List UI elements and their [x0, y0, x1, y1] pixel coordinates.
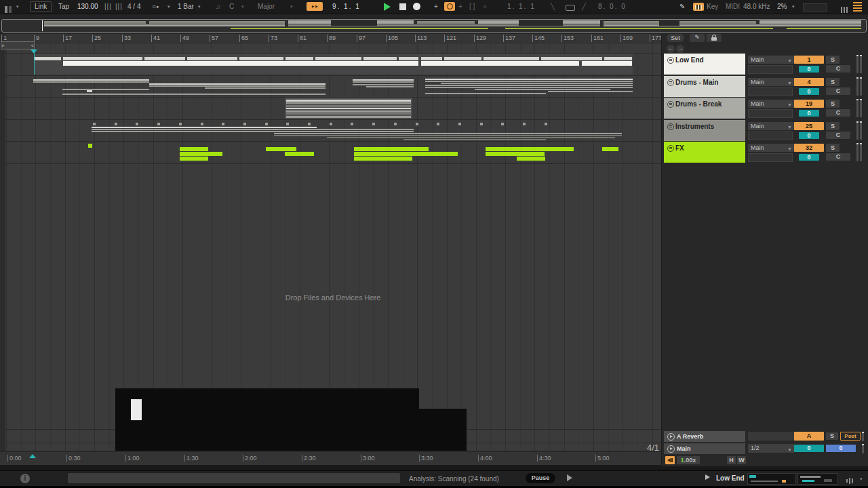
- info-icon[interactable]: i: [20, 474, 30, 483]
- capture-midi-icon[interactable]: +: [458, 3, 462, 11]
- bar-ruler[interactable]: 1917253341495765738189971051131211291371…: [0, 35, 661, 43]
- track-crossfade-button[interactable]: C: [826, 65, 850, 73]
- track-header-instruments[interactable]: Instruments Main▼ 25 0 S C: [663, 120, 868, 141]
- return-solo-button[interactable]: S: [826, 432, 838, 440]
- mixer-view-icon[interactable]: [841, 3, 849, 16]
- track-number-box[interactable]: 25: [794, 122, 824, 130]
- device-thumbnail[interactable]: [797, 473, 838, 485]
- device-thumbnail[interactable]: [747, 473, 796, 485]
- re-enable-automation-icon[interactable]: [ ]: [469, 3, 475, 11]
- scale-name-menu[interactable]: Major: [258, 3, 275, 11]
- follow-button[interactable]: ‣‣: [307, 2, 323, 11]
- time-ruler[interactable]: 0:000:301:001:302:002:303:003:304:004:30…: [0, 453, 661, 464]
- track-crossfade-button[interactable]: C: [826, 109, 850, 117]
- track-pan-box[interactable]: 0: [799, 88, 819, 95]
- unfold-track-icon[interactable]: [667, 445, 675, 453]
- zoom-width-button[interactable]: W: [737, 456, 746, 464]
- track-header-drums-main[interactable]: Drums - Main Main▼ 4 0 S C: [663, 76, 868, 97]
- track-fold-icon[interactable]: [667, 101, 674, 108]
- spectrum-icon[interactable]: [846, 474, 854, 487]
- track-number-box[interactable]: 1: [794, 56, 824, 64]
- loop-length-display[interactable]: 8. 0. 0: [598, 3, 627, 11]
- loop-end-handle-icon[interactable]: ◃: [31, 42, 33, 48]
- track-routing-menu[interactable]: Main▼: [748, 78, 794, 86]
- track-solo-button[interactable]: S: [826, 100, 840, 108]
- track-crossfade-button[interactable]: C: [826, 153, 850, 161]
- track-solo-button[interactable]: S: [826, 144, 840, 152]
- track-routing-menu[interactable]: Main▼: [748, 100, 794, 108]
- scale-caret-icon[interactable]: ▾: [290, 4, 293, 9]
- loop-start-display[interactable]: 1. 1. 1: [507, 3, 536, 11]
- track-routing-menu[interactable]: Main▼: [748, 122, 794, 130]
- play-button[interactable]: [384, 3, 391, 11]
- track-sub-box[interactable]: [748, 109, 793, 118]
- marker-lock-button[interactable]: [707, 34, 722, 42]
- prev-marker-button[interactable]: ←: [667, 45, 675, 53]
- device-strip-caret-icon[interactable]: ▾: [860, 476, 863, 482]
- track-name-cell[interactable]: Drums - Break: [664, 98, 745, 119]
- device-strip-expand-icon[interactable]: [705, 474, 710, 480]
- return-send-a[interactable]: A: [794, 432, 824, 441]
- track-solo-button[interactable]: S: [826, 78, 840, 86]
- computer-midi-keyboard-button[interactable]: [693, 3, 704, 11]
- playback-speed-field[interactable]: 1.00x: [677, 456, 700, 464]
- loop-switch-icon[interactable]: [566, 5, 575, 11]
- return-routing-box[interactable]: [748, 432, 794, 441]
- post-button[interactable]: Post: [840, 432, 861, 441]
- resume-icon[interactable]: [567, 474, 572, 481]
- loop-start-handle-icon[interactable]: ▹: [2, 42, 5, 48]
- stop-button[interactable]: [399, 3, 406, 10]
- main-routing-menu[interactable]: 1/2▼: [748, 444, 794, 453]
- record-button[interactable]: [413, 3, 420, 10]
- track-fold-icon[interactable]: [667, 57, 674, 64]
- time-playhead-marker-icon[interactable]: [29, 454, 36, 458]
- key-map-button[interactable]: Key: [707, 3, 718, 11]
- browser-panel-toggle-icon[interactable]: [5, 3, 12, 16]
- main-track-row[interactable]: Main 1/2▼ 0 0: [663, 443, 868, 454]
- track-header-fx[interactable]: FX Main▼ 32 0 S C: [663, 142, 868, 163]
- insert-marker-icon[interactable]: [31, 49, 37, 54]
- cpu-caret-icon[interactable]: ▾: [792, 4, 795, 9]
- return-track-a-reverb[interactable]: A Reverb A S Post: [663, 431, 868, 442]
- track-routing-menu[interactable]: Main▼: [748, 56, 794, 64]
- device-view-icon[interactable]: [853, 2, 862, 12]
- track-name-cell[interactable]: Low End: [664, 54, 745, 75]
- automation-arm-icon[interactable]: +: [434, 3, 438, 11]
- arrangement-canvas[interactable]: [5, 34, 661, 451]
- draw-mode-icon[interactable]: ✎: [679, 3, 685, 11]
- session-record-icon[interactable]: ○: [483, 3, 487, 11]
- track-solo-button[interactable]: S: [826, 122, 840, 130]
- track-pan-box[interactable]: 0: [799, 66, 819, 73]
- tempo-field[interactable]: 130.00: [77, 3, 98, 11]
- midi-overdub-button[interactable]: [444, 2, 455, 11]
- time-signature-field[interactable]: 4 / 4: [127, 3, 140, 11]
- track-sub-box[interactable]: [748, 131, 793, 140]
- main-name-cell[interactable]: Main: [664, 443, 745, 454]
- arrangement-overview[interactable]: [1, 19, 867, 33]
- track-name-cell[interactable]: FX: [664, 142, 745, 163]
- root-caret-icon[interactable]: ▾: [241, 4, 244, 9]
- track-number-box[interactable]: 19: [794, 100, 824, 108]
- unfold-track-icon[interactable]: [667, 433, 675, 441]
- track-sub-box[interactable]: [748, 87, 793, 96]
- main-pan[interactable]: 0: [826, 445, 856, 452]
- track-fold-icon[interactable]: [667, 145, 674, 152]
- tap-tempo-button[interactable]: Tap: [58, 3, 69, 11]
- next-marker-button[interactable]: →: [676, 45, 684, 53]
- track-crossfade-button[interactable]: C: [826, 87, 850, 95]
- scale-mode-icon[interactable]: ♫: [216, 3, 221, 11]
- marker-pencil-button[interactable]: ✎: [690, 34, 705, 42]
- set-button[interactable]: Set: [667, 34, 684, 42]
- track-name-cell[interactable]: Instruments: [664, 120, 745, 141]
- panel-caret-icon[interactable]: ▾: [16, 4, 19, 9]
- cpu-meter[interactable]: 2%: [777, 3, 787, 11]
- track-header-drums-break[interactable]: Drums - Break Main▼ 19 0 S C: [663, 98, 868, 119]
- preview-speaker-button[interactable]: [665, 456, 675, 464]
- link-button[interactable]: Link: [30, 1, 52, 12]
- track-pan-box[interactable]: 0: [799, 132, 819, 139]
- track-solo-button[interactable]: S: [826, 56, 840, 64]
- nudge-down-icon[interactable]: |||: [104, 3, 112, 11]
- track-sub-box[interactable]: [748, 65, 793, 74]
- track-number-box[interactable]: 32: [794, 144, 824, 152]
- arrangement-position-display[interactable]: 9. 1. 1: [332, 3, 361, 11]
